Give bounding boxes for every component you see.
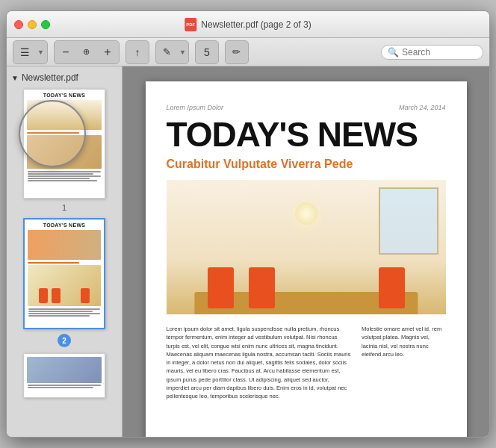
- chair-center: [249, 267, 275, 308]
- page-subheadline: Curabitur Vulputate Viverra Pede: [167, 158, 446, 171]
- thumbnail-container-3: [11, 353, 117, 398]
- body-side: Molestie ornare amet vel id, rem volutpa…: [362, 325, 446, 400]
- pen-button[interactable]: ✎: [158, 43, 177, 62]
- page-main-image: [167, 180, 446, 314]
- thumb-text-3: [27, 385, 102, 388]
- body-text-main: Lorem ipsum dolor sit amet, ligula suspe…: [167, 325, 352, 400]
- sidebar: ▼ Newsletter.pdf TODAY'S NEWS: [7, 66, 123, 437]
- thumb-headline-2: TODAY'S NEWS: [28, 223, 101, 228]
- thumb-number-1: 1: [62, 203, 66, 212]
- body-text-side: Molestie ornare amet vel id, rem volutpa…: [362, 325, 446, 358]
- pdf-icon: PDF: [185, 18, 196, 31]
- thumb-page-2: TODAY'S NEWS: [25, 220, 104, 328]
- sidebar-header: ▼ Newsletter.pdf: [11, 72, 117, 83]
- thumb-partial-inner: [24, 354, 105, 391]
- chair-left: [208, 267, 234, 308]
- thumb-orange-line-1: [27, 132, 79, 134]
- rotate-controls: 5: [195, 40, 219, 64]
- thumb-image-5: [27, 357, 102, 383]
- thumb-headline-1: TODAY'S NEWS: [27, 93, 102, 98]
- dropdown-arrow: ▼: [36, 49, 46, 56]
- thumbnail-container-2: TODAY'S NEWS: [11, 218, 117, 347]
- close-button[interactable]: [14, 20, 23, 29]
- thumb-image-4: [28, 265, 101, 306]
- meta-right: March 24, 2014: [399, 104, 446, 111]
- page-body: Lorem ipsum dolor sit amet, ligula suspe…: [167, 325, 446, 400]
- chair-mini-3: [81, 288, 90, 303]
- sidebar-title: Newsletter.pdf: [22, 72, 78, 83]
- thumb-page-1: TODAY'S NEWS: [24, 90, 105, 198]
- body-main: Lorem ipsum dolor sit amet, ligula suspe…: [167, 325, 352, 400]
- title-bar: PDF Newsletter.pdf (page 2 of 3): [7, 11, 489, 38]
- toolbar: ☰ ▼ − ⊕ + ↑ ✎ ▼ 5 ✏ 🔍: [7, 38, 489, 66]
- pdf-page: Lorem Ipsum Dolor March 24, 2014 TODAY'S…: [146, 81, 467, 437]
- zoom-controls: − ⊕ +: [54, 40, 120, 64]
- search-icon: 🔍: [388, 47, 399, 57]
- chair-right: [379, 267, 405, 308]
- thumbnail-page-1[interactable]: TODAY'S NEWS: [23, 89, 105, 199]
- kitchen-window: [379, 187, 438, 255]
- title-bar-center: PDF Newsletter.pdf (page 2 of 3): [185, 18, 311, 31]
- zoom-out-button[interactable]: −: [56, 43, 75, 62]
- pen-dropdown-arrow: ▼: [179, 49, 187, 56]
- share-controls: ↑: [125, 40, 149, 64]
- thumb-badge-2: 2: [58, 334, 71, 347]
- share-button[interactable]: ↑: [128, 43, 147, 62]
- app-window: PDF Newsletter.pdf (page 2 of 3) ☰ ▼ − ⊕…: [6, 10, 490, 438]
- sidebar-toggle-button[interactable]: ☰: [15, 43, 34, 62]
- maximize-button[interactable]: [41, 20, 50, 29]
- sidebar-controls: ☰ ▼: [13, 40, 48, 64]
- thumb-image-2: [27, 135, 102, 169]
- chair-mini-2: [52, 288, 61, 303]
- thumb-image-3: [28, 230, 101, 260]
- minimize-button[interactable]: [28, 20, 37, 29]
- markup-button[interactable]: ✏: [227, 43, 247, 62]
- rotate-button[interactable]: 5: [197, 43, 217, 62]
- window-title: Newsletter.pdf (page 2 of 3): [201, 19, 311, 30]
- main-content[interactable]: Lorem Ipsum Dolor March 24, 2014 TODAY'S…: [123, 66, 489, 437]
- thumbnail-container-1: TODAY'S NEWS 1: [11, 89, 117, 212]
- page-meta: Lorem Ipsum Dolor March 24, 2014: [167, 104, 446, 111]
- search-input[interactable]: [402, 47, 477, 57]
- thumb-text-1: [27, 171, 102, 181]
- page-headline: TODAY'S NEWS: [167, 117, 446, 152]
- search-box[interactable]: 🔍: [381, 45, 483, 60]
- kitchen-light: [295, 202, 317, 225]
- kitchen-scene: [167, 180, 446, 314]
- thumb-image-1: [27, 100, 102, 130]
- traffic-lights: [14, 20, 50, 29]
- zoom-in-button[interactable]: +: [98, 43, 117, 62]
- meta-left: Lorem Ipsum Dolor: [167, 104, 224, 111]
- annotate-controls: ✎ ▼: [155, 40, 189, 64]
- zoom-actual-button[interactable]: ⊕: [77, 43, 96, 62]
- thumb-text-2: [28, 308, 101, 317]
- collapse-arrow[interactable]: ▼: [11, 74, 19, 82]
- markup-controls: ✏: [225, 40, 249, 64]
- thumbnail-page-2[interactable]: TODAY'S NEWS: [23, 218, 105, 329]
- content-area: ▼ Newsletter.pdf TODAY'S NEWS: [7, 66, 489, 437]
- thumb-orange-line-2: [28, 262, 79, 264]
- chair-mini-1: [39, 288, 48, 303]
- thumbnail-page-3[interactable]: [23, 353, 105, 398]
